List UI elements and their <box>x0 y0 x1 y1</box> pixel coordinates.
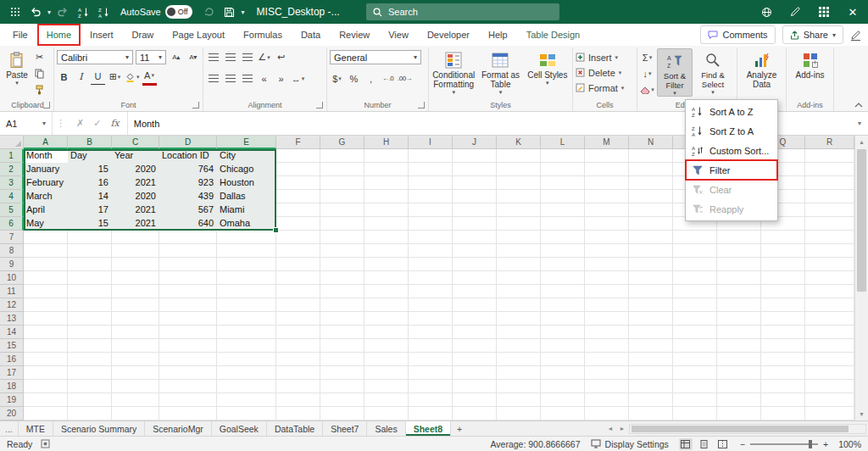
cell-D5[interactable]: 567 <box>159 203 217 217</box>
align-left-icon[interactable] <box>206 71 220 86</box>
column-header-A[interactable]: A <box>24 136 68 149</box>
enter-icon[interactable]: ✓ <box>93 118 101 129</box>
align-middle-icon[interactable] <box>223 50 237 64</box>
align-bottom-icon[interactable] <box>240 50 254 64</box>
tab-insert[interactable]: Insert <box>81 24 123 46</box>
row-header-6[interactable]: 6 <box>0 217 24 231</box>
zoom-slider[interactable] <box>750 443 818 445</box>
column-header-M[interactable]: M <box>585 136 629 149</box>
format-as-table-button[interactable]: Format as Table ▾ <box>478 48 522 95</box>
apps-grid-icon[interactable] <box>815 3 832 20</box>
column-header-E[interactable]: E <box>217 136 276 149</box>
row-header-7[interactable]: 7 <box>0 231 24 244</box>
analyze-data-button[interactable]: Analyze Data <box>740 48 783 89</box>
cell-C5[interactable]: 2021 <box>112 203 159 217</box>
column-header-D[interactable]: D <box>159 136 217 149</box>
cell-C3[interactable]: 2021 <box>112 176 159 190</box>
sheet-tab-sales[interactable]: Sales <box>367 421 405 436</box>
scroll-left-icon[interactable]: ◄ <box>605 426 615 432</box>
font-dialog-launcher-icon[interactable] <box>192 102 199 109</box>
sort-ascending-icon[interactable]: AZ <box>75 3 92 20</box>
tab-home[interactable]: Home <box>37 24 81 46</box>
editor-mode-icon[interactable] <box>850 30 861 41</box>
decrease-indent-icon[interactable]: « <box>257 71 271 86</box>
column-header-B[interactable]: B <box>68 136 112 149</box>
increase-indent-icon[interactable]: » <box>274 71 288 86</box>
tab-data[interactable]: Data <box>292 24 330 46</box>
cell-E2[interactable]: Chicago <box>217 163 276 176</box>
tab-table-design[interactable]: Table Design <box>517 24 590 46</box>
decrease-decimal-icon[interactable]: .00→ <box>398 71 412 86</box>
column-header-J[interactable]: J <box>453 136 497 149</box>
fill-icon[interactable]: ↓▾ <box>640 66 654 81</box>
cell-B6[interactable]: 15 <box>68 217 112 231</box>
align-center-icon[interactable] <box>223 71 237 86</box>
borders-icon[interactable]: ⊞▾ <box>108 70 122 84</box>
cell-D3[interactable]: 923 <box>159 176 217 190</box>
cell-C6[interactable]: 2021 <box>112 217 159 231</box>
row-header-14[interactable]: 14 <box>0 326 24 339</box>
column-header-K[interactable]: K <box>497 136 541 149</box>
tab-review[interactable]: Review <box>330 24 379 46</box>
tab-page-layout[interactable]: Page Layout <box>163 24 234 46</box>
zoom-slider-thumb[interactable] <box>809 440 812 448</box>
cell-B1[interactable]: Day <box>68 149 112 163</box>
sheet-tab-overflow[interactable]: ... <box>0 421 19 436</box>
collapse-ribbon-icon[interactable] <box>854 103 863 108</box>
cell-A4[interactable]: March <box>24 190 68 203</box>
fill-handle[interactable] <box>273 227 279 233</box>
cell-E5[interactable]: Miami <box>217 203 276 217</box>
sheet-tab-scenario-summary[interactable]: Scenario Summary <box>53 421 145 436</box>
clear-icon[interactable]: ▾ <box>640 82 654 97</box>
row-header-5[interactable]: 5 <box>0 203 24 217</box>
cell-E4[interactable]: Dallas <box>217 190 276 203</box>
save-icon[interactable] <box>221 3 238 20</box>
delete-cells-button[interactable]: Delete ▾ <box>576 65 633 80</box>
display-settings-button[interactable]: Display Settings <box>591 439 669 449</box>
column-header-G[interactable]: G <box>320 136 364 149</box>
decrease-font-icon[interactable]: A▾ <box>186 50 200 64</box>
vertical-scrollbar[interactable]: ▲ ▼ <box>854 136 868 420</box>
tab-developer[interactable]: Developer <box>418 24 479 46</box>
column-header-N[interactable]: N <box>629 136 673 149</box>
increase-decimal-icon[interactable]: ←.0 <box>381 71 395 86</box>
cell-A6[interactable]: May <box>24 217 68 231</box>
cell-B2[interactable]: 15 <box>68 163 112 176</box>
cell-C2[interactable]: 2020 <box>112 163 159 176</box>
row-header-18[interactable]: 18 <box>0 380 24 393</box>
row-header-17[interactable]: 17 <box>0 366 24 380</box>
column-header-F[interactable]: F <box>276 136 320 149</box>
tab-help[interactable]: Help <box>479 24 517 46</box>
scroll-up-icon[interactable]: ▲ <box>855 136 868 148</box>
align-top-icon[interactable] <box>206 50 220 64</box>
cell-D1[interactable]: Location ID <box>159 149 217 163</box>
pen-icon[interactable] <box>787 3 804 20</box>
cell-A5[interactable]: April <box>24 203 68 217</box>
zoom-level[interactable]: 100% <box>838 439 861 449</box>
cell-C1[interactable]: Year <box>112 149 159 163</box>
row-header-12[interactable]: 12 <box>0 298 24 312</box>
alignment-dialog-launcher-icon[interactable] <box>316 102 323 109</box>
qat-caret-icon[interactable]: ▾ <box>242 8 245 16</box>
row-header-3[interactable]: 3 <box>0 176 24 190</box>
column-header-H[interactable]: H <box>364 136 409 149</box>
cell-E3[interactable]: Houston <box>217 176 276 190</box>
column-header-C[interactable]: C <box>112 136 159 149</box>
underline-icon[interactable]: U <box>91 70 105 85</box>
menu-item-custom-sort[interactable]: AZCustom Sort... <box>686 141 777 160</box>
comma-style-icon[interactable]: , <box>364 71 378 86</box>
font-color-icon[interactable]: A▾ <box>142 69 157 86</box>
sort-descending-icon[interactable]: ZA <box>95 3 112 20</box>
vertical-scroll-thumb[interactable] <box>857 149 866 292</box>
close-window-icon[interactable]: ✕ <box>844 3 861 20</box>
sheet-tab-scenariomgr[interactable]: ScenarioMgr <box>145 421 212 436</box>
normal-view-icon[interactable] <box>679 438 693 450</box>
accounting-format-icon[interactable]: $▾ <box>330 71 344 86</box>
tab-draw[interactable]: Draw <box>123 24 164 46</box>
row-header-1[interactable]: 1 <box>0 149 24 163</box>
paste-button[interactable]: Paste ▾ <box>4 48 30 86</box>
number-format-combo[interactable]: General▾ <box>330 50 421 64</box>
network-globe-icon[interactable] <box>758 3 775 20</box>
number-dialog-launcher-icon[interactable] <box>418 102 425 109</box>
row-header-9[interactable]: 9 <box>0 258 24 271</box>
